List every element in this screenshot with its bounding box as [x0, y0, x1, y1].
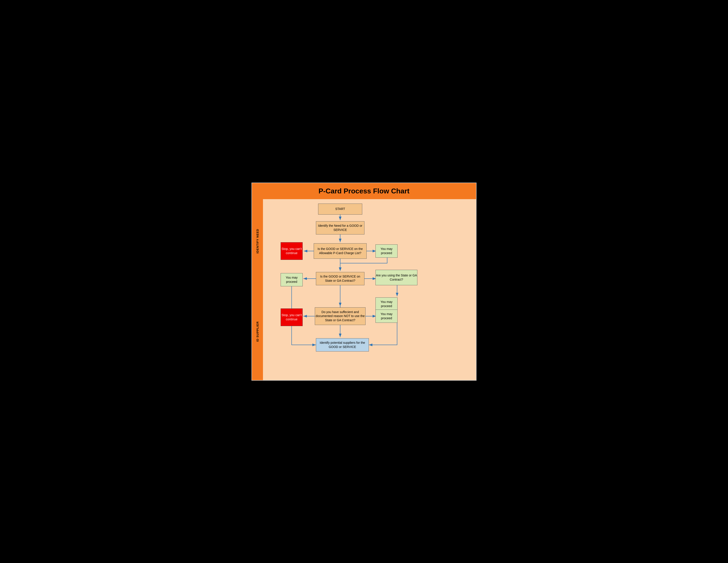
node-proceed1: You may proceed	[375, 244, 398, 258]
node-proceed3: You may proceed	[375, 298, 398, 311]
node-proceed2: You may proceed	[281, 273, 303, 287]
node-sufficient: Do you have suffecient and documented re…	[315, 307, 366, 325]
node-stop1: Stop, you can't continue	[281, 242, 303, 260]
node-identify-need: Identify the Need for a GOOD or SERVICE	[316, 221, 364, 234]
node-identify-supplier: Identify potential suppliers for the GOO…	[316, 338, 369, 352]
chart-container: P-Card Process Flow Chart IDENTIFY NEED …	[251, 182, 477, 381]
chart-header: P-Card Process Flow Chart	[252, 183, 476, 199]
node-allowable: Is the GOOD or SERVICE on the Allowable …	[314, 243, 367, 259]
node-state-contract: Is the GOOD or SERVICE on State or GA Co…	[316, 272, 364, 285]
node-start: START	[318, 203, 362, 214]
chart-body: IDENTIFY NEED ID SUPPLIER	[252, 199, 476, 380]
node-stop2: Stop, you can't continue	[281, 309, 303, 326]
arrows-svg	[263, 199, 476, 380]
sidebar-supplier: ID SUPPLIER	[252, 283, 263, 380]
flow-area: START Identify the Need for a GOOD or SE…	[263, 199, 476, 380]
node-using-contract: Are you using the State or GA Contract?	[375, 270, 417, 285]
node-proceed4: You may proceed	[375, 310, 398, 323]
sidebar-labels: IDENTIFY NEED ID SUPPLIER	[252, 199, 263, 380]
chart-title: P-Card Process Flow Chart	[319, 187, 410, 195]
sidebar-identify-need: IDENTIFY NEED	[252, 199, 263, 283]
page-wrapper: P-Card Process Flow Chart IDENTIFY NEED …	[243, 174, 485, 390]
